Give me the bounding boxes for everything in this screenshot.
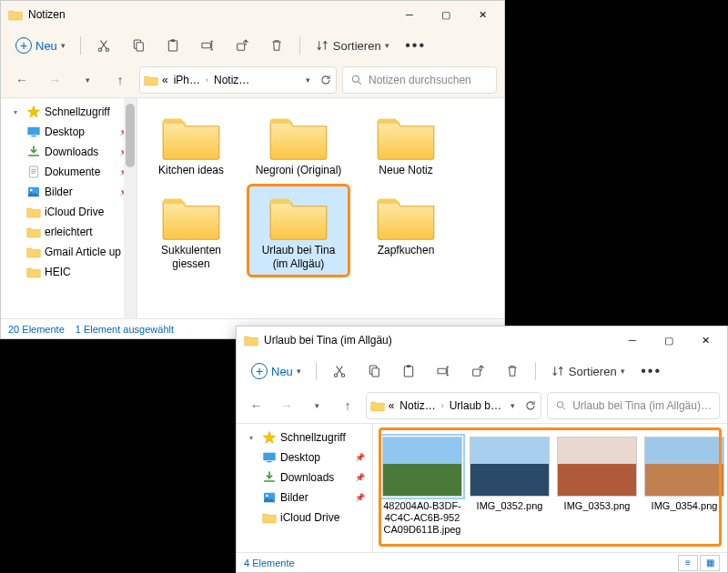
folder-item[interactable]: Kitchen ideas bbox=[141, 106, 241, 182]
close-button[interactable]: ✕ bbox=[464, 2, 500, 27]
titlebar[interactable]: Urlaub bei Tina (im Allgäu) ─ ▢ ✕ bbox=[237, 327, 727, 354]
copy-button[interactable] bbox=[123, 32, 154, 59]
sort-button[interactable]: Sortieren ▾ bbox=[543, 357, 632, 385]
ellipsis-icon: ••• bbox=[405, 37, 426, 54]
folder-icon bbox=[159, 111, 223, 162]
share-button[interactable] bbox=[462, 357, 493, 385]
rename-icon bbox=[200, 38, 215, 53]
sidebar-item[interactable]: Downloads📌 bbox=[1, 142, 136, 162]
toolbar: + Neu ▾ Sortieren ▾ ••• bbox=[237, 354, 727, 388]
selection-count: 1 Element ausgewählt bbox=[76, 324, 174, 335]
content-area[interactable]: Kitchen ideasNegroni (Original)Neue Noti… bbox=[137, 98, 504, 318]
more-button[interactable]: ••• bbox=[636, 357, 667, 385]
search-input[interactable]: Urlaub bei Tina (im Allgäu) d… bbox=[547, 392, 720, 419]
forward-button[interactable]: → bbox=[274, 392, 298, 419]
sort-button[interactable]: Sortieren ▾ bbox=[308, 32, 397, 59]
chevron-down-icon[interactable]: ▾ bbox=[306, 75, 310, 85]
sort-icon bbox=[551, 364, 565, 378]
content-area[interactable]: 482004A0-B3DF-4C4C-AC6B-952CA09D611B.jpe… bbox=[373, 424, 727, 552]
cut-button[interactable] bbox=[88, 32, 119, 59]
folder-item[interactable]: Sukkulenten giessen bbox=[141, 186, 241, 276]
maximize-button[interactable]: ▢ bbox=[651, 327, 687, 353]
image-item[interactable]: 482004A0-B3DF-4C4C-AC6B-952CA09D611B.jpe… bbox=[382, 437, 462, 537]
folder-label: Zapfkuchen bbox=[378, 244, 435, 256]
paste-button[interactable] bbox=[393, 357, 424, 385]
sidebar-item[interactable]: Desktop📌 bbox=[1, 122, 136, 142]
minimize-button[interactable]: ─ bbox=[391, 2, 428, 27]
sidebar-item[interactable]: Gmail Article up bbox=[1, 242, 136, 262]
search-input[interactable]: Notizen durchsuchen bbox=[342, 66, 497, 94]
file-label: IMG_0354.png bbox=[652, 500, 718, 512]
refresh-icon[interactable] bbox=[524, 399, 537, 412]
sidebar-item[interactable]: Desktop📌 bbox=[237, 447, 372, 467]
sidebar-item[interactable]: HEIC bbox=[1, 262, 136, 282]
window-title: Notizen bbox=[28, 8, 391, 21]
recent-button[interactable]: ▾ bbox=[305, 392, 329, 419]
share-icon bbox=[235, 38, 249, 53]
image-thumbnail bbox=[470, 437, 550, 497]
explorer-window-urlaub: Urlaub bei Tina (im Allgäu) ─ ▢ ✕ + Neu … bbox=[236, 326, 728, 573]
cut-button[interactable] bbox=[324, 357, 355, 385]
sidebar: ▾SchnellzugriffDesktop📌Downloads📌Dokumen… bbox=[1, 98, 137, 318]
share-icon bbox=[470, 364, 485, 378]
sidebar-item[interactable]: iCloud Drive bbox=[1, 202, 136, 222]
icons-view-button[interactable]: ▦ bbox=[700, 555, 720, 571]
chevron-down-icon: ▾ bbox=[385, 41, 389, 50]
maximize-button[interactable]: ▢ bbox=[428, 2, 464, 27]
folder-icon bbox=[267, 111, 330, 162]
folder-item[interactable]: Negroni (Original) bbox=[248, 106, 349, 182]
sidebar-item[interactable]: iCloud Drive bbox=[237, 508, 372, 528]
sidebar-item[interactable]: Dokumente📌 bbox=[1, 162, 136, 182]
sidebar-item[interactable]: Bilder📌 bbox=[237, 488, 372, 508]
folder-icon bbox=[374, 111, 438, 162]
recent-button[interactable]: ▾ bbox=[74, 66, 101, 94]
delete-button[interactable] bbox=[497, 357, 528, 385]
new-button[interactable]: + Neu ▾ bbox=[8, 32, 73, 59]
item-count: 4 Elemente bbox=[244, 558, 295, 568]
address-bar[interactable]: « iPh… › Notiz… ▾ bbox=[139, 66, 337, 94]
details-view-button[interactable]: ≡ bbox=[678, 555, 698, 571]
copy-icon bbox=[367, 364, 381, 378]
folder-label: Neue Notiz bbox=[379, 164, 432, 176]
folder-label: Kitchen ideas bbox=[158, 164, 224, 176]
image-item[interactable]: IMG_0354.png bbox=[644, 437, 724, 537]
delete-button[interactable] bbox=[261, 32, 292, 59]
address-bar[interactable]: « Notiz… › Urlaub b… ▾ bbox=[366, 392, 541, 419]
up-button[interactable]: ↑ bbox=[335, 392, 359, 419]
sidebar-item[interactable]: ▾Schnellzugriff bbox=[1, 102, 136, 122]
search-icon bbox=[350, 74, 363, 86]
paste-button[interactable] bbox=[157, 32, 188, 59]
chevron-down-icon[interactable]: ▾ bbox=[511, 401, 515, 410]
sidebar-item[interactable]: ▾Schnellzugriff bbox=[237, 427, 372, 447]
folder-item[interactable]: Zapfkuchen bbox=[356, 186, 456, 276]
share-button[interactable] bbox=[227, 32, 258, 59]
minimize-button[interactable]: ─ bbox=[614, 327, 651, 353]
titlebar[interactable]: Notizen ─ ▢ ✕ bbox=[1, 1, 504, 28]
folder-item[interactable]: Neue Notiz bbox=[356, 106, 456, 182]
sidebar-item[interactable]: erleichtert bbox=[1, 222, 136, 242]
cut-icon bbox=[332, 364, 347, 378]
close-button[interactable]: ✕ bbox=[687, 327, 723, 353]
image-item[interactable]: IMG_0352.png bbox=[470, 437, 550, 537]
image-thumbnail bbox=[644, 437, 724, 497]
up-button[interactable]: ↑ bbox=[106, 66, 134, 94]
new-button[interactable]: + Neu ▾ bbox=[244, 357, 308, 385]
folder-item[interactable]: Urlaub bei Tina (im Allgäu) bbox=[248, 186, 349, 276]
item-count: 20 Elemente bbox=[8, 324, 65, 335]
back-button[interactable]: ← bbox=[244, 392, 268, 419]
refresh-icon[interactable] bbox=[319, 74, 332, 86]
sidebar-item[interactable]: Bilder📌 bbox=[1, 182, 136, 202]
ellipsis-icon: ••• bbox=[641, 363, 662, 379]
file-label: IMG_0353.png bbox=[564, 500, 631, 512]
copy-button[interactable] bbox=[359, 357, 389, 385]
rename-button[interactable] bbox=[428, 357, 459, 385]
back-button[interactable]: ← bbox=[8, 66, 35, 94]
nav-row: ← → ▾ ↑ « Notiz… › Urlaub b… ▾ Urlaub be… bbox=[237, 388, 727, 423]
rename-button[interactable] bbox=[192, 32, 223, 59]
scrollbar[interactable] bbox=[124, 98, 136, 318]
forward-button[interactable]: → bbox=[41, 66, 68, 94]
more-button[interactable]: ••• bbox=[400, 32, 431, 59]
sidebar-item[interactable]: Downloads📌 bbox=[237, 467, 372, 488]
sort-icon bbox=[315, 38, 329, 53]
image-item[interactable]: IMG_0353.png bbox=[557, 437, 637, 537]
